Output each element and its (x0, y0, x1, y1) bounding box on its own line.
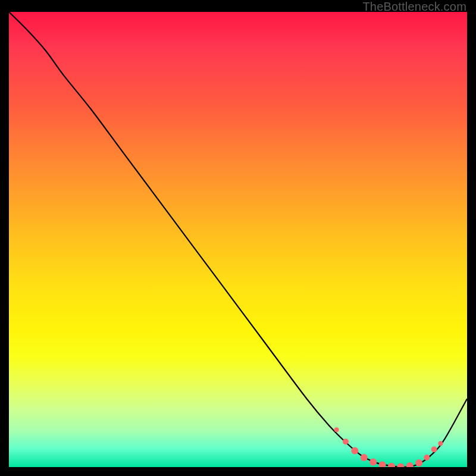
chart-container: TheBottleneck.com (0, 0, 476, 476)
marker-dot (361, 454, 368, 461)
marker-dot (438, 441, 443, 446)
marker-dot (388, 463, 395, 467)
marker-dot (406, 462, 414, 467)
marker-dot (351, 447, 358, 454)
marker-dot (379, 461, 386, 467)
bottleneck-curve (9, 12, 467, 467)
marker-dot (415, 459, 422, 466)
marker-dot (397, 464, 404, 467)
curve-svg (9, 12, 467, 467)
marker-dot (431, 446, 437, 452)
plot-area (9, 12, 467, 467)
marker-dot (343, 439, 349, 444)
marker-dot (369, 459, 377, 466)
marker-dot (424, 455, 430, 461)
marker-dot (334, 427, 339, 432)
